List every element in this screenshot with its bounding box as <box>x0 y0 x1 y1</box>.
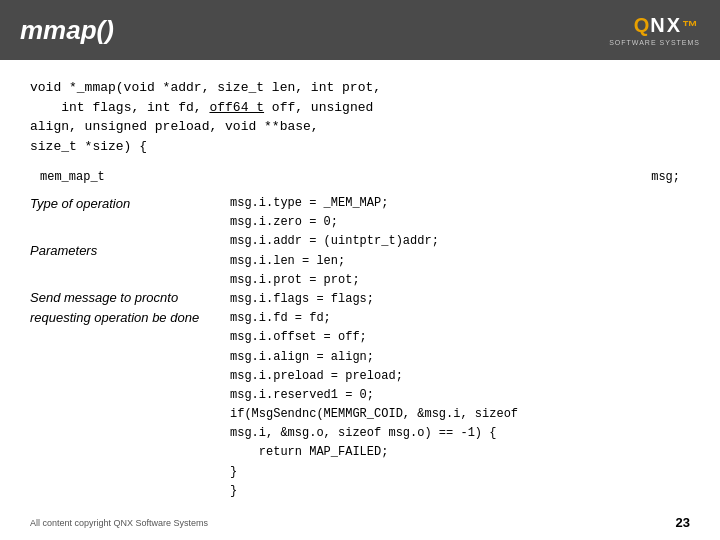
code-line: } <box>230 482 690 501</box>
logo-subtitle: SOFTWARE SYSTEMS <box>609 39 700 46</box>
code-send-message: if(MsgSendnc(MEMMGR_COID, &msg.i, sizeof… <box>230 405 690 501</box>
label-parameters: Parameters <box>30 241 220 260</box>
header-bar: mmap() QNX™ SOFTWARE SYSTEMS <box>0 0 720 60</box>
page-title: mmap() <box>20 15 114 46</box>
sig-line2: int flags, int fd, off64_t off, unsigned <box>30 98 690 118</box>
mem-map-left: mem_map_t <box>40 170 105 184</box>
sig-line4: size_t *size) { <box>30 137 690 157</box>
sig-line2-text: int flags, int fd, off64_t off, unsigned <box>61 100 373 115</box>
sig-line1: void *_mmap(void *addr, size_t len, int … <box>30 78 690 98</box>
code-line: msg.i.align = align; <box>230 348 690 367</box>
code-line: msg.i.fd = fd; <box>230 309 690 328</box>
labels-column: Type of operation Parameters Send messag… <box>30 194 230 501</box>
code-line: msg.i, &msg.o, sizeof msg.o) == -1) { <box>230 424 690 443</box>
copyright-text: All content copyright QNX Software Syste… <box>30 518 208 528</box>
code-line: msg.i.prot = prot; <box>230 271 690 290</box>
sig-line3: align, unsigned preload, void **base, <box>30 117 690 137</box>
function-signature: void *_mmap(void *addr, size_t len, int … <box>30 78 690 156</box>
code-line: msg.i.zero = 0; <box>230 213 690 232</box>
code-parameters: msg.i.flags = flags; msg.i.fd = fd; msg.… <box>230 290 690 405</box>
code-line: } <box>230 463 690 482</box>
code-line: return MAP_FAILED; <box>230 443 690 462</box>
code-column: msg.i.type = _MEM_MAP; msg.i.zero = 0; m… <box>230 194 690 501</box>
code-type-of-op: msg.i.type = _MEM_MAP; msg.i.zero = 0; m… <box>230 194 690 290</box>
page-number: 23 <box>676 515 690 530</box>
label-parameters-text: Parameters <box>30 243 97 258</box>
main-content: void *_mmap(void *addr, size_t len, int … <box>0 60 720 511</box>
label-send-text: Send message to procntorequesting operat… <box>30 290 199 324</box>
mem-map-line: mem_map_t msg; <box>30 170 690 184</box>
code-line: msg.i.reserved1 = 0; <box>230 386 690 405</box>
label-type-text: Type of operation <box>30 196 130 211</box>
code-line: msg.i.offset = off; <box>230 328 690 347</box>
label-send-message: Send message to procntorequesting operat… <box>30 288 220 326</box>
code-line: msg.i.type = _MEM_MAP; <box>230 194 690 213</box>
code-line: msg.i.preload = preload; <box>230 367 690 386</box>
code-line: msg.i.addr = (uintptr_t)addr; <box>230 232 690 251</box>
mem-map-right: msg; <box>651 170 680 184</box>
code-line: msg.i.len = len; <box>230 252 690 271</box>
footer: All content copyright QNX Software Syste… <box>0 515 720 530</box>
code-line: if(MsgSendnc(MEMMGR_COID, &msg.i, sizeof <box>230 405 690 424</box>
main-table: Type of operation Parameters Send messag… <box>30 194 690 501</box>
logo-text: QNX™ <box>634 14 700 37</box>
logo-area: QNX™ SOFTWARE SYSTEMS <box>609 14 700 46</box>
label-type-of-operation: Type of operation <box>30 194 220 213</box>
code-line: msg.i.flags = flags; <box>230 290 690 309</box>
